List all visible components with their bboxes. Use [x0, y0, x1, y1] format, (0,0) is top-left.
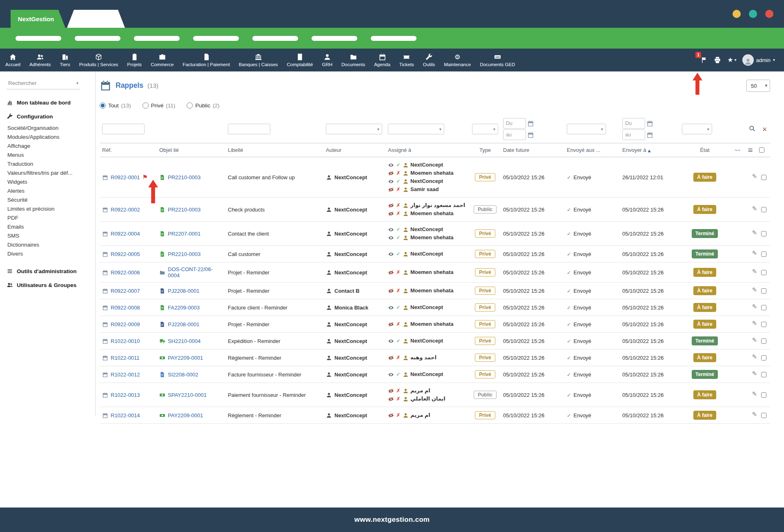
- user-menu[interactable]: admin ▾: [742, 54, 775, 66]
- select-all-checkbox[interactable]: [759, 147, 764, 153]
- reminder-ref-link[interactable]: R0922-0002: [111, 207, 140, 213]
- reminder-ref-link[interactable]: R0922-0006: [111, 269, 140, 276]
- assignee-name[interactable]: احمد مسعود نوار نوار: [410, 201, 465, 209]
- sidebar-item-soci-t-organisation[interactable]: Société/Organisation: [7, 123, 89, 132]
- column-header-envoy-aux[interactable]: Envoyé aux ...: [564, 143, 620, 157]
- reminder-ref-link[interactable]: R1022-0012: [111, 372, 140, 378]
- author-name[interactable]: Monica Black: [334, 305, 368, 311]
- nav-item-adh-rents[interactable]: Adhérents: [25, 49, 55, 71]
- linked-object-link[interactable]: PJ2208-0001: [168, 321, 199, 327]
- reminder-ref-link[interactable]: R0922-0004: [111, 231, 140, 237]
- sidebar-section-users-groups[interactable]: Utilisateurs & Groupes: [7, 282, 89, 288]
- linked-object-link[interactable]: PAY2209-0001: [168, 355, 203, 361]
- edit-icon[interactable]: ✎: [752, 304, 757, 310]
- brand-logo-tab[interactable]: NextGestion: [11, 10, 65, 28]
- sidebar-item-pdf[interactable]: PDF: [7, 213, 89, 222]
- sidebar-item-affichage[interactable]: Affichage: [7, 141, 89, 150]
- linked-object-link[interactable]: SH2210-0004: [168, 338, 200, 344]
- sidebar-item-modules-applications[interactable]: Modules/Applications: [7, 132, 89, 141]
- row-checkbox[interactable]: [761, 372, 766, 377]
- column-header-envoyer[interactable]: Envoyer à▲: [620, 143, 679, 157]
- nav-item-projets[interactable]: Projets: [122, 49, 146, 71]
- red-dot[interactable]: [765, 10, 773, 18]
- sidebar-item-sms[interactable]: SMS: [7, 231, 89, 240]
- assignee-name[interactable]: Moemen shehata: [410, 209, 453, 218]
- radio-input-tout[interactable]: [100, 102, 106, 109]
- sidebar-item-widgets[interactable]: Widgets: [7, 177, 89, 186]
- teal-dot[interactable]: [749, 10, 757, 18]
- bookmarks-button[interactable]: ★ ▾: [727, 57, 736, 63]
- row-checkbox[interactable]: [761, 270, 766, 275]
- edit-icon[interactable]: ✎: [752, 250, 757, 256]
- edit-icon[interactable]: ✎: [752, 354, 757, 360]
- author-name[interactable]: NextConcept: [334, 251, 367, 257]
- filter-label-input[interactable]: [228, 124, 270, 134]
- edit-icon[interactable]: ✎: [752, 412, 757, 418]
- filter-sent-select[interactable]: ▾: [567, 124, 606, 134]
- author-name[interactable]: NextConcept: [334, 355, 367, 361]
- edit-icon[interactable]: ✎: [752, 321, 757, 327]
- reminder-ref-link[interactable]: R0922-0009: [111, 321, 140, 327]
- column-header-objet-li[interactable]: Objet lié: [157, 143, 225, 157]
- nav-item-grh[interactable]: GRH: [317, 49, 337, 71]
- sidebar-item-dictionnaires[interactable]: Dictionnaires: [7, 240, 89, 249]
- assignee-name[interactable]: NextConcept: [410, 337, 443, 345]
- sidebar-section-configuration[interactable]: Configuration: [7, 113, 89, 120]
- sidebar-item-divers[interactable]: Divers: [7, 249, 89, 258]
- filter-datefuture-from-input[interactable]: [503, 118, 526, 129]
- column-header-date-future[interactable]: Date future: [501, 143, 564, 157]
- nav-item-commerce[interactable]: Commerce: [146, 49, 178, 71]
- assignee-name[interactable]: NextConcept: [410, 370, 443, 378]
- row-checkbox[interactable]: [761, 175, 766, 180]
- filter-state-select[interactable]: ▾: [682, 124, 712, 134]
- close-icon[interactable]: [762, 126, 768, 132]
- edit-icon[interactable]: ✎: [752, 174, 757, 180]
- row-checkbox[interactable]: [761, 231, 766, 236]
- nav-item-banques-caisses[interactable]: Banques | Caisses: [234, 49, 283, 71]
- row-checkbox[interactable]: [761, 252, 766, 257]
- assignee-name[interactable]: Moemen shehata: [410, 287, 453, 295]
- column-header-libell[interactable]: Libellé: [225, 143, 323, 157]
- radio-public[interactable]: Public(2): [187, 102, 219, 109]
- nav-item-documents[interactable]: Documents: [337, 49, 370, 71]
- nav-item-outils[interactable]: Outils: [419, 49, 439, 71]
- reminder-ref-link[interactable]: R1022-0014: [111, 412, 140, 418]
- assignee-name[interactable]: NextConcept: [410, 225, 443, 234]
- sidebar-item-alertes[interactable]: Alertes: [7, 186, 89, 195]
- linked-object-link[interactable]: DOS-CONT-22/06-0004: [168, 266, 223, 278]
- filter-assignee-select[interactable]: ▾: [388, 124, 444, 134]
- assignee-name[interactable]: NextConcept: [410, 250, 443, 258]
- linked-object-link[interactable]: PR2210-0003: [168, 251, 200, 257]
- author-name[interactable]: Contact B: [334, 288, 359, 294]
- column-header-type[interactable]: Type: [470, 143, 501, 157]
- assignee-name[interactable]: Samir saad: [410, 185, 439, 194]
- edit-icon[interactable]: ✎: [752, 371, 757, 377]
- linked-object-link[interactable]: SI2208-0002: [168, 372, 198, 378]
- sidebar-item-emails[interactable]: Emails: [7, 222, 89, 231]
- secondary-tab[interactable]: [67, 10, 125, 28]
- notifications-button[interactable]: 1: [700, 56, 708, 64]
- row-checkbox[interactable]: [761, 322, 766, 327]
- row-checkbox[interactable]: [761, 392, 766, 398]
- linked-object-link[interactable]: SPAY2210-0001: [168, 392, 207, 398]
- assignee-name[interactable]: NextConcept: [410, 177, 443, 185]
- filter-type-select[interactable]: ▾: [472, 124, 498, 134]
- filter-datefuture-to-input[interactable]: [503, 129, 526, 140]
- reminder-ref-link[interactable]: R0922-0007: [111, 288, 140, 294]
- author-name[interactable]: NextConcept: [334, 174, 367, 180]
- edit-icon[interactable]: ✎: [752, 269, 757, 275]
- reminder-ref-link[interactable]: R1022-0013: [111, 392, 140, 398]
- nav-item-maintenance[interactable]: ⚙Maintenance: [439, 49, 475, 71]
- list-view-icon[interactable]: [747, 147, 753, 153]
- nav-item-tiers[interactable]: Tiers: [56, 49, 75, 71]
- calendar-button[interactable]: [646, 131, 653, 138]
- assignee-name[interactable]: ام مريم: [410, 387, 430, 395]
- sidebar-search-select[interactable]: Rechercher ▾: [7, 78, 80, 89]
- assignee-name[interactable]: احمد وهبه: [410, 354, 437, 362]
- reminder-ref-link[interactable]: R1022-0011: [111, 355, 140, 361]
- edit-icon[interactable]: ✎: [752, 230, 757, 236]
- linked-object-link[interactable]: PJ2208-0001: [168, 288, 199, 294]
- assignee-name[interactable]: ام مريم: [410, 411, 430, 419]
- linked-object-link[interactable]: PAY2209-0001: [168, 412, 203, 418]
- sidebar-item-dashboard[interactable]: Mon tableau de bord: [7, 99, 89, 106]
